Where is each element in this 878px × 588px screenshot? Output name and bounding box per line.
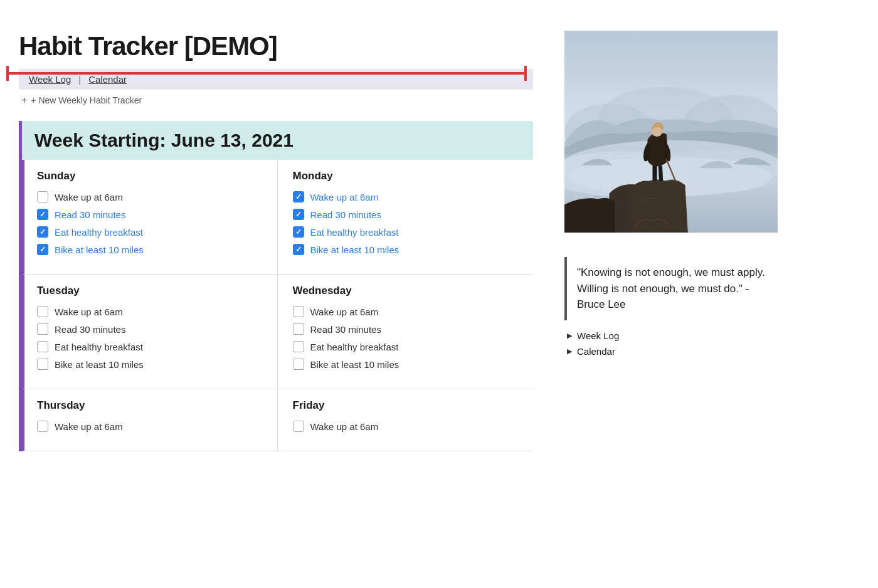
tab-calendar[interactable]: Calendar: [88, 74, 127, 85]
habit-label: Eat healthy breakfast: [55, 227, 143, 238]
habit-checkbox[interactable]: [293, 421, 304, 432]
day-column-sunday: SundayWake up at 6amRead 30 minutesEat h…: [22, 160, 278, 275]
habit-label: Wake up at 6am: [310, 192, 379, 202]
habit-item: Bike at least 10 miles: [37, 244, 265, 255]
habit-label: Read 30 minutes: [55, 209, 125, 220]
red-bracket-annotation: [6, 72, 527, 75]
day-column-monday: MondayWake up at 6amRead 30 minutesEat h…: [278, 160, 534, 275]
habit-label: Read 30 minutes: [310, 324, 381, 335]
habit-item: Bike at least 10 miles: [293, 359, 521, 370]
day-column-friday: FridayWake up at 6am: [278, 389, 534, 451]
sidebar-link-item[interactable]: ▶Week Log: [567, 330, 778, 341]
habit-checkbox[interactable]: [293, 191, 304, 202]
habit-label: Read 30 minutes: [310, 209, 381, 220]
new-tracker-label: + New Weekly Habit Tracker: [31, 95, 142, 105]
habit-label: Wake up at 6am: [55, 421, 123, 432]
habit-label: Wake up at 6am: [310, 307, 379, 317]
habit-checkbox[interactable]: [293, 226, 304, 238]
painting-svg: [564, 19, 778, 244]
habit-checkbox[interactable]: [37, 306, 48, 317]
week-starting-title: Week Starting: June 13, 2021: [34, 130, 521, 151]
habit-item: Wake up at 6am: [293, 421, 521, 432]
habit-item: Eat healthy breakfast: [293, 341, 521, 352]
sidebar-link-label: Week Log: [577, 330, 619, 341]
sidebar-link-item[interactable]: ▶Calendar: [567, 346, 778, 357]
habit-label: Wake up at 6am: [55, 192, 123, 202]
painting-image: [564, 19, 778, 244]
quote-text: "Knowing is not enough, we must apply. W…: [577, 266, 765, 310]
habit-label: Eat healthy breakfast: [55, 342, 143, 352]
habit-item: Read 30 minutes: [37, 209, 265, 220]
habit-item: Read 30 minutes: [293, 323, 521, 335]
habit-checkbox[interactable]: [293, 359, 304, 370]
habit-checkbox[interactable]: [37, 359, 48, 370]
habit-checkbox[interactable]: [293, 209, 304, 220]
left-panel: Habit Tracker [DEMO] Week Log | Calendar…: [0, 13, 552, 575]
habit-checkbox[interactable]: [37, 226, 48, 238]
habit-label: Wake up at 6am: [55, 307, 123, 317]
habit-item: Wake up at 6am: [37, 191, 265, 202]
habit-label: Bike at least 10 miles: [310, 359, 399, 370]
habit-label: Read 30 minutes: [55, 324, 125, 335]
habit-label: Eat healthy breakfast: [310, 227, 399, 238]
habit-item: Eat healthy breakfast: [293, 226, 521, 238]
svg-rect-8: [652, 164, 657, 181]
new-tracker-button[interactable]: + + New Weekly Habit Tracker: [21, 95, 533, 106]
day-column-thursday: ThursdayWake up at 6am: [22, 389, 278, 451]
day-column-tuesday: TuesdayWake up at 6amRead 30 minutesEat …: [22, 275, 278, 389]
habit-item: Wake up at 6am: [293, 306, 521, 317]
day-name-friday: Friday: [293, 399, 521, 412]
habit-item: Wake up at 6am: [37, 306, 265, 317]
habit-item: Wake up at 6am: [293, 191, 521, 202]
habit-label: Bike at least 10 miles: [55, 244, 144, 255]
week-header: Week Starting: June 13, 2021: [22, 121, 533, 160]
habit-checkbox[interactable]: [37, 323, 48, 335]
day-name-monday: Monday: [293, 170, 521, 182]
day-name-thursday: Thursday: [37, 399, 265, 412]
habit-checkbox[interactable]: [293, 341, 304, 352]
habit-item: Eat healthy breakfast: [37, 341, 265, 352]
habit-checkbox[interactable]: [293, 323, 304, 335]
plus-icon: +: [21, 95, 27, 106]
quote-block: "Knowing is not enough, we must apply. W…: [564, 257, 778, 320]
day-name-wednesday: Wednesday: [293, 285, 521, 297]
days-grid: SundayWake up at 6amRead 30 minutesEat h…: [22, 160, 533, 451]
habit-label: Bike at least 10 miles: [55, 359, 144, 370]
triangle-icon: ▶: [567, 332, 572, 340]
right-panel: "Knowing is not enough, we must apply. W…: [552, 13, 790, 575]
week-section: Week Starting: June 13, 2021 SundayWake …: [19, 121, 533, 451]
habit-checkbox[interactable]: [293, 244, 304, 255]
habit-item: Wake up at 6am: [37, 421, 265, 432]
habit-item: Read 30 minutes: [293, 209, 521, 220]
day-name-sunday: Sunday: [37, 170, 265, 182]
habit-label: Wake up at 6am: [310, 421, 379, 432]
tab-week-log[interactable]: Week Log: [29, 74, 71, 85]
sidebar-links: ▶Week Log▶Calendar: [564, 330, 778, 357]
habit-item: Bike at least 10 miles: [293, 244, 521, 255]
day-name-tuesday: Tuesday: [37, 285, 265, 297]
habit-checkbox[interactable]: [293, 306, 304, 317]
habit-checkbox[interactable]: [37, 421, 48, 432]
habit-label: Eat healthy breakfast: [310, 342, 399, 352]
habit-item: Bike at least 10 miles: [37, 359, 265, 370]
tab-separator: |: [78, 74, 81, 85]
page-title: Habit Tracker [DEMO]: [19, 31, 533, 61]
svg-rect-9: [658, 165, 664, 181]
habit-checkbox[interactable]: [37, 244, 48, 255]
day-column-wednesday: WednesdayWake up at 6amRead 30 minutesEa…: [278, 275, 534, 389]
triangle-icon: ▶: [567, 347, 572, 355]
sidebar-link-label: Calendar: [577, 346, 615, 357]
habit-item: Read 30 minutes: [37, 323, 265, 335]
habit-checkbox[interactable]: [37, 341, 48, 352]
habit-checkbox[interactable]: [37, 209, 48, 220]
habit-label: Bike at least 10 miles: [310, 244, 399, 255]
habit-item: Eat healthy breakfast: [37, 226, 265, 238]
habit-checkbox[interactable]: [37, 191, 48, 202]
